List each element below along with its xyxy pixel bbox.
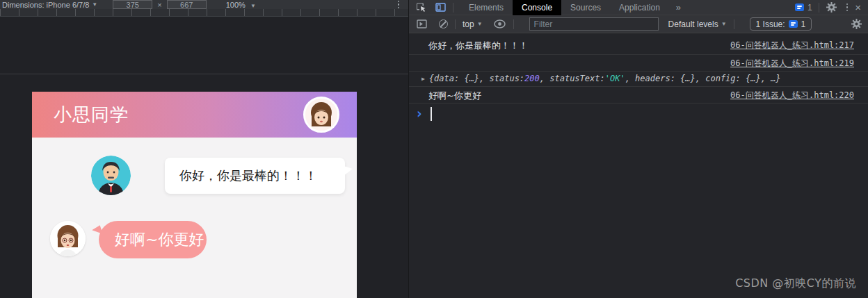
object-text: {data: {…}, status: — [429, 74, 524, 83]
bot-avatar — [50, 221, 86, 256]
toolbar-divider — [513, 19, 514, 29]
log-message: 你好，你是最棒的！！！ — [428, 40, 528, 52]
close-devtools-icon[interactable]: × — [855, 2, 861, 13]
console-prompt[interactable]: › — [409, 104, 868, 124]
chevron-down-icon: ▼ — [721, 21, 727, 27]
chevron-down-icon: ▼ — [92, 1, 97, 8]
console-log-row: 你好，你是最棒的！！！ 06-问答机器人_练习.html:217 — [409, 33, 868, 55]
object-number: 200 — [524, 74, 540, 83]
source-link[interactable]: 06-问答机器人_练习.html:217 — [730, 40, 854, 51]
chat-bubble-user-text: 你好，你是最棒的！！！ — [179, 168, 317, 183]
chevron-down-icon: ▼ — [250, 3, 256, 9]
console-log-row: 06-问答机器人_练习.html:219 — [409, 55, 868, 72]
log-levels-select[interactable]: Default levels ▼ — [668, 19, 727, 29]
settings-gear-icon[interactable] — [826, 1, 838, 14]
chat-bubble-user: 你好，你是最棒的！！！ — [165, 158, 345, 194]
chat-app-header: 小思同学 — [32, 92, 357, 138]
tab-console[interactable]: Console — [513, 0, 561, 15]
object-text: , statusText: — [540, 74, 605, 83]
console-log-row: 好啊~你更好 06-问答机器人_练习.html:220 — [409, 87, 868, 104]
object-string: 'OK' — [605, 74, 625, 83]
clear-console-icon[interactable] — [439, 19, 448, 28]
device-type-select[interactable]: Dimensions: iPhone 6/7/8 — [2, 1, 89, 9]
object-preview: ▶ {data: {…}, status: 200, statusText: '… — [421, 74, 781, 83]
console-message-area: 你好，你是最棒的！！！ 06-问答机器人_练习.html:217 06-问答机器… — [409, 33, 868, 298]
issues-count: 1 — [807, 3, 812, 13]
zoom-level-select[interactable]: 100% ▼ — [226, 1, 256, 9]
user-avatar — [91, 156, 131, 195]
toolbar-divider — [455, 19, 456, 29]
issues-icon — [789, 20, 798, 28]
text-cursor — [431, 107, 432, 121]
bubble-tail — [344, 166, 353, 176]
chat-bubble-bot: 好啊~你更好 — [99, 221, 207, 258]
expand-triangle-icon[interactable]: ▶ — [421, 76, 425, 82]
viewport-width-input[interactable] — [113, 0, 152, 9]
console-settings-gear-icon[interactable] — [850, 18, 862, 31]
issues-label: 1 Issue: — [756, 19, 785, 29]
issues-counter-button[interactable]: 1 Issue: 1 — [750, 17, 812, 31]
devtools-tabbar: Elements Console Sources Application » 1 — [409, 0, 868, 15]
emulated-page: 小思同学 — [32, 92, 357, 298]
toolbar-divider — [453, 3, 453, 13]
horizontal-ruler — [0, 9, 409, 17]
viewport-height-input[interactable] — [167, 0, 207, 9]
tab-application[interactable]: Application — [610, 0, 669, 15]
console-filter-input[interactable] — [529, 17, 659, 31]
prompt-chevron-icon: › — [415, 107, 423, 120]
viewport-divider-line — [0, 74, 409, 74]
toolbar-divider — [819, 3, 819, 13]
chat-message-list: 你好，你是最棒的！！！ — [32, 138, 357, 298]
devtools-menu-icon[interactable] — [846, 3, 849, 12]
bubble-tail — [91, 225, 102, 236]
screenshot-root: Dimensions: iPhone 6/7/8 ▼ × 100% ▼ 小思同学 — [0, 0, 868, 298]
devtools-pane: Elements Console Sources Application » 1 — [409, 0, 868, 298]
console-toolbar: top ▼ Default levels ▼ 1 Issue: 1 — [409, 15, 868, 33]
inspect-element-icon[interactable] — [415, 1, 427, 14]
header-girl-avatar — [303, 97, 339, 133]
toggle-device-toolbar-icon[interactable] — [434, 1, 447, 14]
chat-bubble-bot-text: 好啊~你更好 — [115, 231, 204, 248]
chevron-down-icon: ▼ — [477, 21, 483, 27]
device-toolbar-menu-icon[interactable] — [398, 1, 400, 9]
console-sidebar-toggle-icon[interactable] — [415, 18, 428, 31]
chat-app-title: 小思同学 — [54, 103, 129, 127]
source-link[interactable]: 06-问答机器人_练习.html:220 — [730, 90, 854, 101]
csdn-watermark: CSDN @初映CY的前说 — [735, 276, 856, 291]
execution-context-select[interactable]: top ▼ — [463, 19, 483, 29]
source-link[interactable]: 06-问答机器人_练习.html:219 — [730, 58, 854, 69]
more-tabs-icon[interactable]: » — [676, 2, 681, 13]
device-emulation-pane: Dimensions: iPhone 6/7/8 ▼ × 100% ▼ 小思同学 — [0, 0, 409, 298]
issues-count: 1 — [801, 19, 806, 29]
dimensions-separator: × — [157, 1, 161, 9]
issues-icon[interactable] — [795, 3, 804, 11]
console-object-row: ▶ {data: {…}, status: 200, statusText: '… — [409, 72, 868, 87]
object-text: , headers: {…}, config: {…}, …} — [625, 74, 781, 83]
create-live-expression-icon[interactable] — [494, 18, 506, 31]
toolbar-divider — [734, 19, 734, 29]
device-dimensions-toolbar: Dimensions: iPhone 6/7/8 ▼ × 100% ▼ — [0, 0, 409, 9]
log-message: 好啊~你更好 — [428, 90, 481, 102]
tab-elements[interactable]: Elements — [460, 0, 513, 15]
tab-sources[interactable]: Sources — [561, 0, 610, 15]
